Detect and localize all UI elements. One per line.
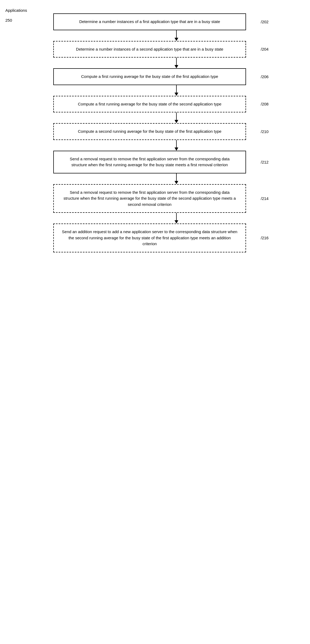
arrow-down-6: [80, 213, 273, 223]
step-row: Send an addition request to add a new ap…: [43, 223, 283, 252]
arrow-down-4: [80, 140, 273, 151]
step-row: Compute a second running average for the…: [43, 123, 283, 140]
step-210-number: /210: [257, 129, 283, 134]
step-202-box: Determine a number instances of a first …: [53, 13, 246, 30]
step-216-number: /216: [257, 236, 283, 240]
arrow-down-5: [80, 173, 273, 184]
svg-marker-11: [175, 181, 178, 184]
step-row: Compute a first running average for the …: [43, 68, 283, 85]
svg-marker-5: [175, 93, 178, 96]
arrow-down-3: [80, 112, 273, 123]
step-214-number: /214: [257, 196, 283, 201]
step-214-box: Send a removal request to remove the fir…: [53, 184, 246, 213]
arrow-down-2: [80, 85, 273, 96]
flow-wrapper: Determine a number instances of a first …: [43, 13, 283, 252]
step-208-number: /208: [257, 102, 283, 106]
step-row: Compute a first running average for the …: [43, 96, 283, 113]
step-212-box: Send a removal request to remove the fir…: [53, 151, 246, 173]
step-row: Determine a number instances of a second…: [43, 41, 283, 58]
svg-marker-13: [175, 220, 178, 223]
arrow-down-1: [80, 58, 273, 68]
svg-marker-3: [175, 65, 178, 68]
step-202-number: /202: [257, 20, 283, 24]
step-206-number: /206: [257, 74, 283, 79]
step-208-box: Compute a first running average for the …: [53, 96, 246, 113]
step-204-number: /204: [257, 47, 283, 51]
step-204-box: Determine a number instances of a second…: [53, 41, 246, 58]
step-216-box: Send an addition request to add a new ap…: [53, 223, 246, 252]
step-212-number: /212: [257, 160, 283, 164]
step-206-box: Compute a first running average for the …: [53, 68, 246, 85]
diagram-label-250: 250: [5, 18, 27, 22]
step-row: Send a removal request to remove the fir…: [43, 184, 283, 213]
step-210-box: Compute a second running average for the…: [53, 123, 246, 140]
svg-marker-7: [175, 120, 178, 123]
diagram-container: Applications 250 Determine a number inst…: [0, 5, 310, 252]
arrow-down-0: [80, 30, 273, 41]
step-row: Send a removal request to remove the fir…: [43, 151, 283, 173]
svg-marker-9: [175, 147, 178, 151]
diagram-title-applications: Applications: [5, 8, 27, 13]
svg-marker-1: [175, 38, 178, 41]
step-row: Determine a number instances of a first …: [43, 13, 283, 30]
